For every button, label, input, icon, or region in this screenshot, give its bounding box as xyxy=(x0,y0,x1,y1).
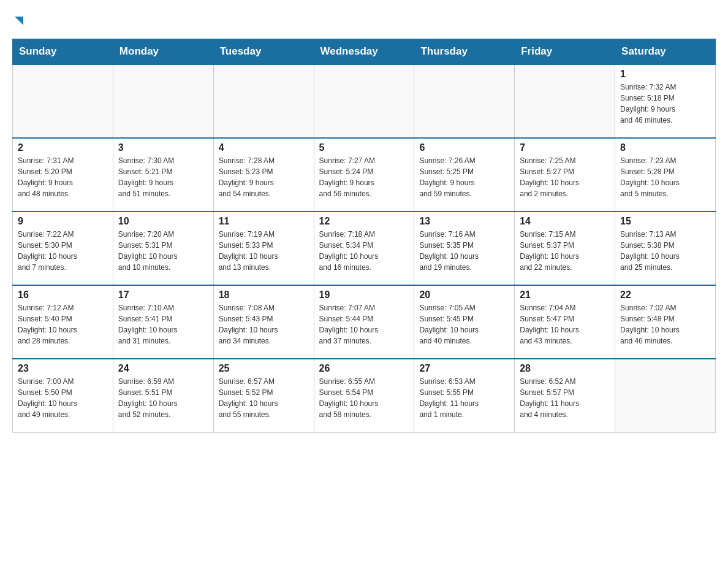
calendar-cell xyxy=(615,359,716,432)
day-info: Sunrise: 7:10 AM Sunset: 5:41 PM Dayligh… xyxy=(118,302,208,347)
calendar-cell: 20Sunrise: 7:05 AM Sunset: 5:45 PM Dayli… xyxy=(414,285,515,359)
calendar-cell: 8Sunrise: 7:23 AM Sunset: 5:28 PM Daylig… xyxy=(615,138,716,212)
column-header-sunday: Sunday xyxy=(13,39,113,65)
day-number: 25 xyxy=(219,363,309,374)
week-row-2: 2Sunrise: 7:31 AM Sunset: 5:20 PM Daylig… xyxy=(13,138,716,212)
day-info: Sunrise: 7:22 AM Sunset: 5:30 PM Dayligh… xyxy=(18,229,108,273)
day-number: 18 xyxy=(219,289,309,301)
day-info: Sunrise: 7:13 AM Sunset: 5:38 PM Dayligh… xyxy=(620,229,710,273)
calendar-cell: 5Sunrise: 7:27 AM Sunset: 5:24 PM Daylig… xyxy=(314,138,414,212)
day-info: Sunrise: 7:16 AM Sunset: 5:35 PM Dayligh… xyxy=(419,229,509,273)
day-info: Sunrise: 6:59 AM Sunset: 5:51 PM Dayligh… xyxy=(118,376,208,420)
day-info: Sunrise: 7:32 AM Sunset: 5:18 PM Dayligh… xyxy=(620,82,710,126)
day-number: 14 xyxy=(520,216,610,227)
day-number: 7 xyxy=(520,142,610,153)
day-info: Sunrise: 7:20 AM Sunset: 5:31 PM Dayligh… xyxy=(118,229,208,273)
calendar-cell xyxy=(314,64,414,138)
day-number: 21 xyxy=(520,289,610,301)
day-number: 16 xyxy=(18,289,108,301)
calendar-cell: 23Sunrise: 7:00 AM Sunset: 5:50 PM Dayli… xyxy=(13,359,113,432)
calendar-cell: 26Sunrise: 6:55 AM Sunset: 5:54 PM Dayli… xyxy=(314,359,414,432)
day-number: 2 xyxy=(18,142,108,153)
svg-marker-0 xyxy=(15,17,23,25)
calendar-cell: 14Sunrise: 7:15 AM Sunset: 5:37 PM Dayli… xyxy=(515,212,615,285)
day-number: 17 xyxy=(118,289,208,301)
calendar-cell xyxy=(113,64,213,138)
day-info: Sunrise: 7:23 AM Sunset: 5:28 PM Dayligh… xyxy=(620,155,710,199)
day-info: Sunrise: 7:05 AM Sunset: 5:45 PM Dayligh… xyxy=(419,302,509,347)
week-row-1: 1Sunrise: 7:32 AM Sunset: 5:18 PM Daylig… xyxy=(13,64,716,138)
column-header-friday: Friday xyxy=(515,39,615,65)
day-info: Sunrise: 7:12 AM Sunset: 5:40 PM Dayligh… xyxy=(18,302,108,347)
day-number: 24 xyxy=(118,363,208,374)
calendar-header-row: SundayMondayTuesdayWednesdayThursdayFrid… xyxy=(13,39,716,65)
day-number: 20 xyxy=(419,289,509,301)
day-info: Sunrise: 6:57 AM Sunset: 5:52 PM Dayligh… xyxy=(219,376,309,420)
day-info: Sunrise: 7:15 AM Sunset: 5:37 PM Dayligh… xyxy=(520,229,610,273)
day-number: 28 xyxy=(520,363,610,374)
day-info: Sunrise: 7:04 AM Sunset: 5:47 PM Dayligh… xyxy=(520,302,610,347)
day-number: 11 xyxy=(219,216,309,227)
calendar-cell: 18Sunrise: 7:08 AM Sunset: 5:43 PM Dayli… xyxy=(213,285,314,359)
day-number: 15 xyxy=(620,216,710,227)
day-info: Sunrise: 7:31 AM Sunset: 5:20 PM Dayligh… xyxy=(18,155,108,199)
day-number: 22 xyxy=(620,289,710,301)
logo xyxy=(12,12,26,33)
day-info: Sunrise: 7:19 AM Sunset: 5:33 PM Dayligh… xyxy=(219,229,309,273)
day-info: Sunrise: 7:08 AM Sunset: 5:43 PM Dayligh… xyxy=(219,302,309,347)
calendar-cell: 10Sunrise: 7:20 AM Sunset: 5:31 PM Dayli… xyxy=(113,212,213,285)
calendar-cell: 4Sunrise: 7:28 AM Sunset: 5:23 PM Daylig… xyxy=(213,138,314,212)
calendar-cell: 6Sunrise: 7:26 AM Sunset: 5:25 PM Daylig… xyxy=(414,138,515,212)
calendar-cell: 9Sunrise: 7:22 AM Sunset: 5:30 PM Daylig… xyxy=(13,212,113,285)
week-row-4: 16Sunrise: 7:12 AM Sunset: 5:40 PM Dayli… xyxy=(13,285,716,359)
column-header-wednesday: Wednesday xyxy=(314,39,414,65)
calendar-cell: 2Sunrise: 7:31 AM Sunset: 5:20 PM Daylig… xyxy=(13,138,113,212)
column-header-saturday: Saturday xyxy=(615,39,716,65)
week-row-3: 9Sunrise: 7:22 AM Sunset: 5:30 PM Daylig… xyxy=(13,212,716,285)
day-info: Sunrise: 7:00 AM Sunset: 5:50 PM Dayligh… xyxy=(18,376,108,420)
day-info: Sunrise: 6:55 AM Sunset: 5:54 PM Dayligh… xyxy=(319,376,409,420)
week-row-5: 23Sunrise: 7:00 AM Sunset: 5:50 PM Dayli… xyxy=(13,359,716,432)
day-number: 5 xyxy=(319,142,409,153)
calendar-cell: 22Sunrise: 7:02 AM Sunset: 5:48 PM Dayli… xyxy=(615,285,716,359)
day-info: Sunrise: 6:53 AM Sunset: 5:55 PM Dayligh… xyxy=(419,376,509,420)
day-number: 8 xyxy=(620,142,710,153)
column-header-thursday: Thursday xyxy=(414,39,515,65)
calendar-cell: 17Sunrise: 7:10 AM Sunset: 5:41 PM Dayli… xyxy=(113,285,213,359)
calendar-cell: 19Sunrise: 7:07 AM Sunset: 5:44 PM Dayli… xyxy=(314,285,414,359)
calendar-cell: 11Sunrise: 7:19 AM Sunset: 5:33 PM Dayli… xyxy=(213,212,314,285)
day-number: 1 xyxy=(620,69,710,80)
calendar-cell: 15Sunrise: 7:13 AM Sunset: 5:38 PM Dayli… xyxy=(615,212,716,285)
day-number: 6 xyxy=(419,142,509,153)
day-info: Sunrise: 6:52 AM Sunset: 5:57 PM Dayligh… xyxy=(520,376,610,420)
calendar-cell: 28Sunrise: 6:52 AM Sunset: 5:57 PM Dayli… xyxy=(515,359,615,432)
column-header-monday: Monday xyxy=(113,39,213,65)
day-number: 13 xyxy=(419,216,509,227)
day-info: Sunrise: 7:07 AM Sunset: 5:44 PM Dayligh… xyxy=(319,302,409,347)
day-number: 10 xyxy=(118,216,208,227)
day-number: 23 xyxy=(18,363,108,374)
calendar-cell xyxy=(515,64,615,138)
day-info: Sunrise: 7:28 AM Sunset: 5:23 PM Dayligh… xyxy=(219,155,309,199)
day-info: Sunrise: 7:18 AM Sunset: 5:34 PM Dayligh… xyxy=(319,229,409,273)
day-info: Sunrise: 7:02 AM Sunset: 5:48 PM Dayligh… xyxy=(620,302,710,347)
day-number: 9 xyxy=(18,216,108,227)
day-number: 19 xyxy=(319,289,409,301)
day-number: 27 xyxy=(419,363,509,374)
day-number: 12 xyxy=(319,216,409,227)
calendar-cell: 16Sunrise: 7:12 AM Sunset: 5:40 PM Dayli… xyxy=(13,285,113,359)
calendar-cell: 1Sunrise: 7:32 AM Sunset: 5:18 PM Daylig… xyxy=(615,64,716,138)
day-number: 3 xyxy=(118,142,208,153)
column-header-tuesday: Tuesday xyxy=(213,39,314,65)
day-info: Sunrise: 7:25 AM Sunset: 5:27 PM Dayligh… xyxy=(520,155,610,199)
day-info: Sunrise: 7:27 AM Sunset: 5:24 PM Dayligh… xyxy=(319,155,409,199)
calendar-cell: 21Sunrise: 7:04 AM Sunset: 5:47 PM Dayli… xyxy=(515,285,615,359)
calendar-cell: 25Sunrise: 6:57 AM Sunset: 5:52 PM Dayli… xyxy=(213,359,314,432)
calendar-cell: 3Sunrise: 7:30 AM Sunset: 5:21 PM Daylig… xyxy=(113,138,213,212)
calendar-cell xyxy=(13,64,113,138)
calendar-cell xyxy=(213,64,314,138)
logo-arrow-icon xyxy=(12,14,26,30)
calendar-cell: 27Sunrise: 6:53 AM Sunset: 5:55 PM Dayli… xyxy=(414,359,515,432)
calendar-cell xyxy=(414,64,515,138)
day-info: Sunrise: 7:26 AM Sunset: 5:25 PM Dayligh… xyxy=(419,155,509,199)
